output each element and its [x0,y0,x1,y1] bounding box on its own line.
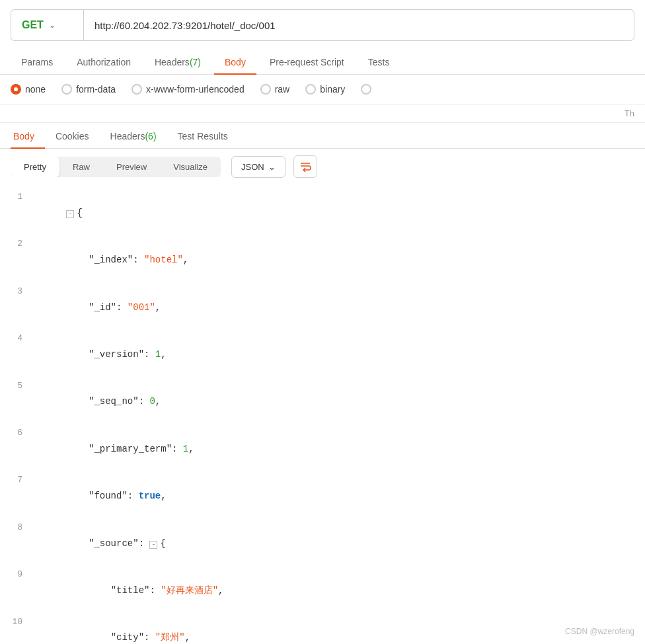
res-tab-testresults[interactable]: Test Results [175,124,239,148]
tab-prerequest[interactable]: Pre-request Script [259,50,355,74]
option-none[interactable]: none [11,84,46,95]
option-graphql[interactable] [361,84,371,95]
view-tabs: Pretty Raw Preview Visualize [11,157,221,177]
json-line-6: 6 "_primary_term": 1, [0,426,645,473]
json-line-10: 10 "city": "郑州", [0,615,645,644]
tab-tests[interactable]: Tests [358,50,400,74]
tab-authorization[interactable]: Authorization [66,50,141,74]
view-tab-raw[interactable]: Raw [59,157,103,177]
format-chevron-icon: ⌄ [268,162,276,172]
url-input[interactable] [84,20,634,31]
json-line-3: 3 "_id": "001", [0,284,645,331]
json-line-7: 7 "found": true, [0,473,645,520]
response-tabs: Body Cookies Headers(6) Test Results [0,124,645,149]
method-selector[interactable]: GET ⌄ [11,10,84,40]
view-tab-visualize[interactable]: Visualize [160,157,221,177]
json-line-9: 9 "title": "好再来酒店", [0,567,645,614]
response-toolbar: Pretty Raw Preview Visualize JSON ⌄ [0,149,645,184]
json-line-8: 8 "_source": -{ [0,520,645,567]
fold-icon-8[interactable]: - [149,541,157,549]
body-options: none form-data x-www-form-urlencoded raw… [0,75,645,104]
radio-graphql [361,84,371,95]
view-tab-preview[interactable]: Preview [103,157,160,177]
res-tab-cookies[interactable]: Cookies [53,124,100,148]
radio-x-www [132,84,142,95]
json-line-5: 5 "_seq_no": 0, [0,379,645,426]
json-line-2: 2 "_index": "hotel", [0,237,645,284]
res-tab-body[interactable]: Body [11,124,45,148]
radio-none [11,84,21,95]
tab-body[interactable]: Body [214,50,256,74]
watermark: CSDN @wzerofeng [565,627,634,636]
res-tab-headers[interactable]: Headers(6) [108,124,167,148]
request-tabs: Params Authorization Headers(7) Body Pre… [0,50,645,75]
method-label: GET [22,19,44,31]
radio-binary [305,84,316,95]
option-raw[interactable]: raw [260,84,290,95]
option-binary[interactable]: binary [305,84,345,95]
format-label: JSON [241,162,264,172]
json-line-4: 4 "_version": 1, [0,331,645,378]
json-line-1: 1 -{ [0,190,645,237]
url-bar: GET ⌄ [11,9,634,41]
overflow-hint: Th [0,104,645,123]
format-selector[interactable]: JSON ⌄ [231,156,285,178]
radio-raw [260,84,271,95]
json-viewer: 1 -{ 2 "_index": "hotel", 3 "_id": "001"… [0,184,645,644]
fold-icon-1[interactable]: - [66,210,74,218]
option-x-www-form-urlencoded[interactable]: x-www-form-urlencoded [132,84,245,95]
option-form-data[interactable]: form-data [61,84,116,95]
wrap-button[interactable] [293,155,317,178]
view-tab-pretty[interactable]: Pretty [11,157,59,177]
radio-form-data [61,84,72,95]
tab-params[interactable]: Params [11,50,63,74]
tab-headers[interactable]: Headers(7) [144,50,211,74]
method-chevron-icon: ⌄ [49,20,56,30]
